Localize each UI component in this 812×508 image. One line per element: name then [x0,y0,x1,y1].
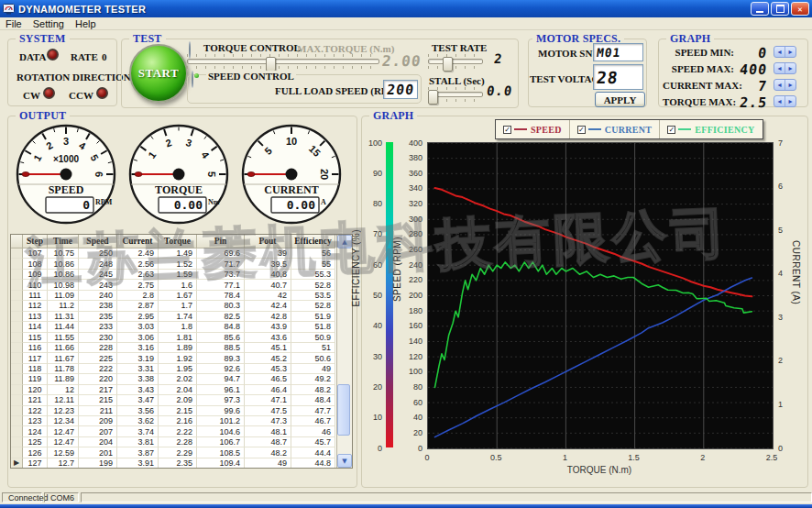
cell-pout: 47.3 [245,416,291,426]
stall-slider[interactable] [428,87,483,102]
cell-efficiency: 50.6 [291,353,335,363]
table-row[interactable]: 11010.982432.751.677.140.752.8 [11,280,336,290]
efficiency-tick-label: 90 [363,169,382,178]
table-row[interactable]: ▶12712.71993.912.35109.44944.8 [11,458,336,468]
table-row[interactable]: 11711.672253.191.9289.345.250.6 [11,353,336,363]
table-row[interactable]: 11311.312352.951.7482.542.851.9 [11,312,336,322]
table-scrollbar[interactable]: ▲ ▼ [336,235,352,468]
cell-torque: 1.8 [159,322,197,332]
gauge-needle-tip [247,172,255,177]
cell-time: 12.23 [48,406,79,416]
cell-step: 124 [23,426,48,436]
close-button[interactable]: ✕ [791,2,809,16]
column-header-torque[interactable]: Torque [159,235,197,248]
table-row[interactable]: 10910.862452.631.5973.740.855.3 [11,270,336,280]
gauge-lcd-value: 0.00 [174,198,203,212]
cell-efficiency: 48.4 [291,395,335,405]
slider-thumb[interactable] [428,90,438,105]
column-header-current[interactable]: Current [117,235,159,248]
cell-pout: 39 [245,248,291,259]
column-header-pin[interactable]: Pin [197,235,245,248]
test-rate-label: TEST RATE [432,42,487,53]
table-row[interactable]: 120122173.432.0496.146.448.2 [11,385,336,395]
minimize-button[interactable] [751,2,769,16]
cell-pout: 47.5 [245,406,291,416]
table-row[interactable]: 11911.892203.382.0294.746.549.2 [11,374,336,384]
motor-sn-input[interactable]: M01 [593,43,643,61]
restore-button[interactable] [771,2,789,16]
table-row[interactable]: 10810.862482.561.5271.739.555 [11,259,336,269]
spinner-left-arrow-icon[interactable]: ◂ [774,47,785,57]
spinner-right-arrow-icon[interactable]: ▸ [785,63,796,73]
apply-button[interactable]: APPLY [595,92,645,107]
legend-item-current[interactable]: ✓CURRENT [570,120,661,138]
spinner-right-arrow-icon[interactable]: ▸ [785,47,796,57]
cell-current: 3.03 [117,322,159,332]
spinner-left-arrow-icon[interactable]: ◂ [774,96,785,106]
row-header-cell [11,322,23,332]
cell-step: 126 [23,447,48,458]
speed-control-radio[interactable] [192,71,193,88]
table-row[interactable]: 12512.472043.812.28106.748.745.7 [11,437,336,447]
cell-efficiency: 53.5 [291,291,335,301]
full-load-speed-input[interactable]: 200 [383,80,418,99]
speed-min-spinner[interactable]: ◂▸ [774,46,796,58]
current-tick-label: 3 [778,313,791,322]
speed-max-label: SPEED MAX: [663,63,734,74]
scrollbar-thumb[interactable] [337,384,350,436]
table-row[interactable]: 12612.592013.872.29108.548.244.4 [11,447,336,458]
current-max-value: 7 [757,78,768,94]
table-row[interactable]: 11411.442333.031.884.843.951.8 [11,322,336,332]
row-header-cell [11,333,23,343]
cell-efficiency: 44.8 [291,458,335,468]
menu-item-setting[interactable]: Setting [33,18,64,29]
cell-speed: 217 [79,385,117,395]
table-row[interactable]: 12212.232113.562.1599.647.547.7 [11,406,336,416]
table-row[interactable]: 10710.752502.491.4969.63956 [11,248,336,259]
cell-pout: 43.6 [245,333,291,343]
spinner-left-arrow-icon[interactable]: ◂ [774,63,785,73]
column-header-efficiency[interactable]: Efficiency [291,235,335,248]
current-max-spinner[interactable]: ◂▸ [774,79,796,91]
cell-time: 11.78 [48,364,79,374]
column-header-pout[interactable]: Pout [245,235,291,248]
table-row[interactable]: 11511.552303.061.8185.643.650.9 [11,333,336,343]
spinner-right-arrow-icon[interactable]: ▸ [785,96,796,106]
column-header-time[interactable]: Time [48,235,79,248]
column-header-speed[interactable]: Speed [79,235,117,248]
table-row[interactable]: 11811.782223.311.9592.645.349 [11,364,336,374]
slider-thumb[interactable] [266,57,276,72]
torque-max-spinner[interactable]: ◂▸ [774,95,796,107]
scroll-up-button[interactable]: ▲ [337,235,352,248]
cell-efficiency: 55 [291,259,335,269]
table-row[interactable]: 11211.22382.871.780.342.452.8 [11,301,336,311]
spinner-left-arrow-icon[interactable]: ◂ [774,80,785,90]
table-row[interactable]: 11111.092402.81.6778.44253.5 [11,291,336,301]
test-voltage-input[interactable]: 28 [593,64,643,90]
legend-checkbox-current[interactable]: ✓ [577,126,586,134]
legend-checkbox-speed[interactable]: ✓ [503,126,511,134]
row-header-cell [11,395,23,405]
table-row[interactable]: 12312.342093.622.16101.247.346.7 [11,416,336,426]
test-rate-slider[interactable] [428,54,483,69]
menu-item-help[interactable]: Help [75,18,96,29]
scroll-down-button[interactable]: ▼ [337,454,352,468]
column-header-step[interactable]: Step [23,235,48,248]
cell-pout: 42.8 [245,312,291,322]
speed-max-spinner[interactable]: ◂▸ [774,62,796,74]
spinner-right-arrow-icon[interactable]: ▸ [785,80,796,90]
legend-checkbox-efficiency[interactable]: ✓ [667,126,675,134]
max-torque-slider[interactable] [187,54,379,69]
menu-item-file[interactable]: File [5,18,22,29]
table-row[interactable]: 12412.472073.742.22104.648.146 [11,426,336,436]
gauge-title: TORQUE [155,183,203,196]
cell-time: 12.47 [48,426,79,436]
slider-thumb[interactable] [443,57,453,72]
table-row[interactable]: 11611.662283.161.8988.545.151 [11,343,336,353]
start-button[interactable]: START [129,44,188,103]
legend-item-efficiency[interactable]: ✓EFFICIENCY [660,120,762,138]
scrollbar-track[interactable] [337,248,352,454]
table-row[interactable]: 12112.112153.472.0997.347.148.4 [11,395,336,405]
legend-item-speed[interactable]: ✓SPEED [496,120,570,138]
cell-torque: 2.29 [159,447,197,458]
